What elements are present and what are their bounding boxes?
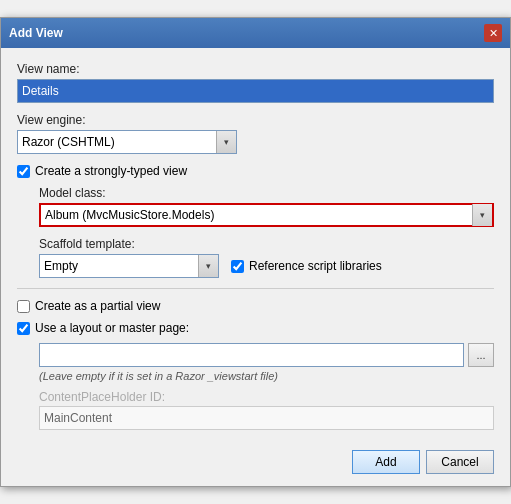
scaffold-template-select[interactable]: Empty ▾ — [39, 254, 219, 278]
partial-view-checkbox[interactable] — [17, 300, 30, 313]
view-name-group: View name: — [17, 62, 494, 103]
dialog-footer: Add Cancel — [1, 442, 510, 486]
partial-view-label: Create as a partial view — [35, 299, 160, 313]
view-engine-select[interactable]: Razor (CSHTML) ▾ — [17, 130, 237, 154]
partial-view-row: Create as a partial view — [17, 299, 494, 313]
scaffold-arrow[interactable]: ▾ — [198, 255, 218, 277]
close-button[interactable]: ✕ — [484, 24, 502, 42]
browse-button[interactable]: ... — [468, 343, 494, 367]
content-placeholder-label: ContentPlaceHolder ID: — [39, 390, 494, 404]
model-class-value: Album (MvcMusicStore.Models) — [41, 206, 472, 224]
reference-scripts-checkbox[interactable] — [231, 260, 244, 273]
layout-checkbox[interactable] — [17, 322, 30, 335]
model-class-arrow[interactable]: ▾ — [472, 204, 492, 226]
title-bar-left: Add View — [9, 26, 63, 40]
view-engine-value: Razor (CSHTML) — [18, 133, 216, 151]
add-view-dialog: Add View ✕ View name: View engine: Razor… — [0, 17, 511, 487]
view-engine-group: View engine: Razor (CSHTML) ▾ — [17, 113, 494, 154]
divider — [17, 288, 494, 289]
title-bar: Add View ✕ — [1, 18, 510, 48]
strongly-typed-label: Create a strongly-typed view — [35, 164, 187, 178]
reference-scripts-row: Reference script libraries — [231, 259, 382, 273]
layout-input[interactable] — [39, 343, 464, 367]
scaffold-template-value: Empty — [40, 257, 198, 275]
layout-input-row: ... — [39, 343, 494, 367]
dialog-content: View name: View engine: Razor (CSHTML) ▾… — [1, 48, 510, 442]
scaffold-template-label: Scaffold template: — [39, 237, 494, 251]
layout-row: Use a layout or master page: — [17, 321, 494, 335]
model-class-group: Model class: Album (MvcMusicStore.Models… — [39, 186, 494, 227]
strongly-typed-row: Create a strongly-typed view — [17, 164, 494, 178]
model-class-select[interactable]: Album (MvcMusicStore.Models) ▾ — [39, 203, 494, 227]
add-button[interactable]: Add — [352, 450, 420, 474]
scaffold-template-group: Scaffold template: Empty ▾ Reference scr… — [39, 237, 494, 278]
view-name-input[interactable] — [17, 79, 494, 103]
scaffold-row: Empty ▾ Reference script libraries — [39, 254, 494, 278]
layout-label: Use a layout or master page: — [35, 321, 189, 335]
layout-section: ... (Leave empty if it is set in a Razor… — [39, 343, 494, 430]
layout-hint: (Leave empty if it is set in a Razor _vi… — [39, 370, 494, 382]
view-engine-arrow[interactable]: ▾ — [216, 131, 236, 153]
strongly-typed-checkbox[interactable] — [17, 165, 30, 178]
dialog-title: Add View — [9, 26, 63, 40]
model-class-label: Model class: — [39, 186, 494, 200]
view-name-label: View name: — [17, 62, 494, 76]
cancel-button[interactable]: Cancel — [426, 450, 494, 474]
reference-scripts-label: Reference script libraries — [249, 259, 382, 273]
model-class-section: Model class: Album (MvcMusicStore.Models… — [39, 186, 494, 278]
content-placeholder-input[interactable] — [39, 406, 494, 430]
view-engine-label: View engine: — [17, 113, 494, 127]
